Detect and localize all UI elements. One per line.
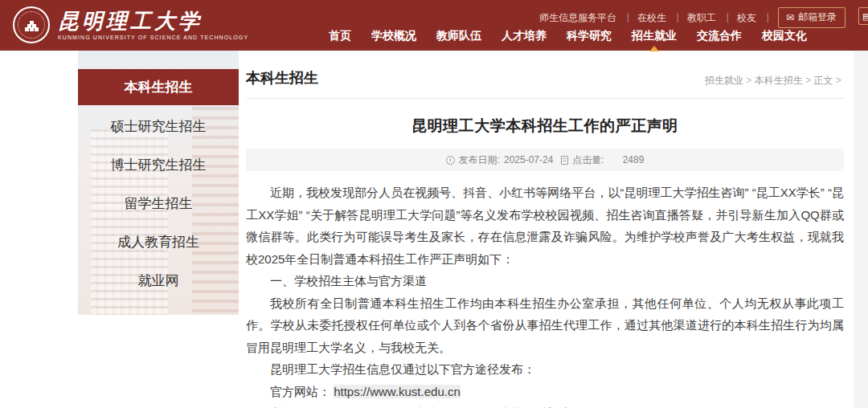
utility-links-row: 师生信息服务平台 在校生 教职工 校友 ✉ 邮箱登录 — [529, 7, 845, 28]
article-paragraph: 昆明理工大学招生信息仅通过以下官方途径发布： — [246, 358, 844, 381]
nav-item[interactable]: 交流合作 — [697, 29, 742, 43]
topbar: 昆明理工大学 KUNMING UNIVERSITY OF SCIENCE AND… — [0, 0, 868, 51]
sidebar: 本科生招生 硕士研究生招生 博士研究生招生 留学生招生 成人教育招生 就业网 — [78, 51, 239, 315]
hits-group: 点击量: 2489 — [561, 153, 644, 167]
nav-item[interactable]: 招生就业 — [632, 29, 677, 43]
publish-date-group: 发布日期: 2025-07-24 — [446, 153, 554, 167]
university-name-cn: 昆明理工大学 — [58, 10, 248, 32]
hits-value: 2489 — [623, 154, 645, 165]
inline-url[interactable]: https://www.kust.edu.cn — [334, 385, 461, 398]
nav-item[interactable]: 校园文化 — [762, 29, 807, 43]
page-header: 本科生招生 招生就业 本科生招生 正文 — [246, 51, 844, 88]
nav-item[interactable]: 人才培养 — [502, 29, 547, 43]
article-paragraph: 一、学校招生主体与官方渠道 — [246, 270, 844, 292]
nav-item[interactable]: 首页 — [329, 29, 351, 43]
main-content: 本科生招生 招生就业 本科生招生 正文 昆明理工大学本科招生工作的严正声明 发布… — [246, 51, 844, 408]
utility-link[interactable]: 在校生 — [627, 11, 677, 25]
utility-link[interactable]: 教职工 — [677, 11, 727, 25]
clipped-topbar-button[interactable]: ▤ — [858, 7, 868, 25]
logo-names: 昆明理工大学 KUNMING UNIVERSITY OF SCIENCE AND… — [58, 10, 248, 40]
article-paragraph: 我校所有全日制普通本科生招生工作均由本科生招生办公室承担，其他任何单位、个人均无… — [246, 292, 844, 359]
sidebar-item[interactable]: 博士研究生招生 — [78, 146, 239, 185]
university-seal-icon — [13, 6, 50, 43]
sidebar-item[interactable]: 硕士研究生招生 — [78, 108, 239, 146]
sidebar-item[interactable]: 成人教育招生 — [78, 223, 239, 262]
nav-item[interactable]: 教师队伍 — [436, 29, 481, 43]
breadcrumb-item[interactable]: 招生就业 — [705, 74, 755, 88]
paragraph-text: 近期，我校发现部分人员在视频号、抖音、小红书等网络平台，以“昆明理工大学招生咨询… — [246, 186, 844, 266]
publish-date-value: 2025-07-24 — [504, 154, 553, 165]
page-right-gutter — [854, 51, 868, 408]
clock-icon — [446, 156, 455, 165]
main-nav: 首页 学校概况 教师队伍 人才培养 科学研究 招生就业 交流合作 校园文化 — [329, 29, 807, 43]
seal-emblem-icon — [30, 21, 34, 25]
sidebar-item[interactable]: 就业网 — [78, 262, 239, 300]
university-logo[interactable]: 昆明理工大学 KUNMING UNIVERSITY OF SCIENCE AND… — [13, 6, 248, 43]
sidebar-item[interactable]: 留学生招生 — [78, 185, 239, 223]
hits-label: 点击量: — [572, 153, 604, 167]
breadcrumb-item[interactable]: 正文 — [813, 74, 844, 88]
paragraph-text: 官方网站： — [270, 385, 334, 398]
sidebar-menu: 本科生招生 硕士研究生招生 博士研究生招生 留学生招生 成人教育招生 就业网 — [78, 51, 239, 300]
document-icon — [561, 156, 568, 165]
envelope-icon: ✉ — [786, 13, 794, 22]
nav-item[interactable]: 学校概况 — [371, 29, 416, 43]
nav-item[interactable]: 科学研究 — [567, 29, 612, 43]
page-title: 本科生招生 — [246, 68, 318, 88]
article-title: 昆明理工大学本科招生工作的严正声明 — [246, 116, 844, 137]
sidebar-item[interactable]: 本科生招生 — [78, 69, 239, 105]
paragraph-text: 昆明理工大学招生信息仅通过以下官方途径发布： — [270, 362, 535, 376]
article-paragraph: 官方微信公众号：昆明理工大学、昆明理工大学本科招生 — [246, 402, 844, 408]
header-divider — [246, 98, 844, 99]
mail-login-label: 邮箱登录 — [798, 10, 837, 24]
breadcrumb: 招生就业 本科生招生 正文 — [705, 74, 844, 88]
article-paragraph: 官方网站： https://www.kust.edu.cn — [246, 381, 844, 403]
paragraph-text: 一、学校招生主体与官方渠道 — [270, 274, 427, 288]
breadcrumb-item[interactable]: 本科生招生 — [755, 74, 814, 88]
paragraph-text: 我校所有全日制普通本科生招生工作均由本科生招生办公室承担，其他任何单位、个人均无… — [246, 296, 844, 354]
utility-link[interactable]: 师生信息服务平台 — [529, 11, 627, 25]
utility-link[interactable]: 校友 — [727, 11, 767, 25]
article-body: 近期，我校发现部分人员在视频号、抖音、小红书等网络平台，以“昆明理工大学招生咨询… — [246, 182, 844, 408]
article-meta-bar: 发布日期: 2025-07-24 点击量: 2489 — [246, 149, 844, 171]
mail-login-button[interactable]: ✉ 邮箱登录 — [778, 7, 845, 28]
publish-date-label: 发布日期: — [459, 153, 500, 167]
article-paragraph: 近期，我校发现部分人员在视频号、抖音、小红书等网络平台，以“昆明理工大学招生咨询… — [246, 182, 844, 270]
university-name-en: KUNMING UNIVERSITY OF SCIENCE AND TECHNO… — [58, 35, 248, 40]
